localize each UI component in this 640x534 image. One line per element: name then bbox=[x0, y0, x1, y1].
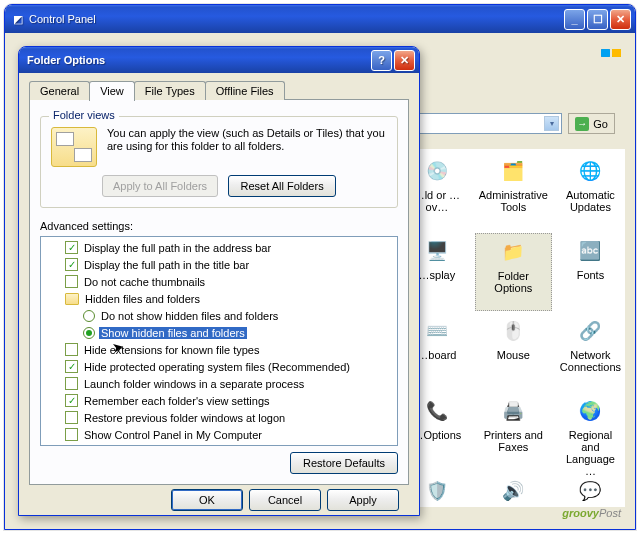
cp-item-icon: 🖨️ bbox=[497, 395, 529, 427]
cp-item-icon: 💿 bbox=[421, 155, 453, 187]
cp-item-icon: 🗂️ bbox=[497, 155, 529, 187]
tab-bar: GeneralViewFile TypesOffline Files bbox=[29, 81, 409, 100]
cp-item[interactable]: 🖨️Printers and Faxes bbox=[475, 393, 552, 471]
control-panel-items: 💿…ld or …ov…🗂️Administrative Tools🌐Autom… bbox=[403, 149, 625, 507]
cp-item-icon: 🌐 bbox=[574, 155, 606, 187]
chevron-down-icon[interactable]: ▾ bbox=[544, 116, 559, 131]
folder-views-icon bbox=[51, 127, 97, 167]
tree-row-label: Hide protected operating system files (R… bbox=[82, 361, 352, 373]
cp-item-icon: 💬 bbox=[574, 475, 606, 507]
cp-item-label: Mouse bbox=[497, 349, 530, 361]
checkbox-icon[interactable] bbox=[65, 343, 78, 356]
tree-row-label: Show Control Panel in My Computer bbox=[82, 429, 264, 441]
tree-row[interactable]: Launch folder windows in a separate proc… bbox=[41, 375, 397, 392]
cp-item-label: …board bbox=[417, 349, 456, 361]
cp-item-icon: 🖥️ bbox=[421, 235, 453, 267]
advanced-settings-label: Advanced settings: bbox=[40, 220, 398, 232]
outer-titlebar[interactable]: ◩ Control Panel _ ☐ ✕ bbox=[5, 5, 635, 33]
cp-item-icon: 🔗 bbox=[574, 315, 606, 347]
go-label: Go bbox=[593, 118, 608, 130]
tree-row-label: Display the full path in the address bar bbox=[82, 242, 273, 254]
tree-row[interactable]: ✓Remember each folder's view settings bbox=[41, 392, 397, 409]
checkbox-icon[interactable]: ✓ bbox=[65, 258, 78, 271]
tab-panel-view: Folder views You can apply the view (suc… bbox=[29, 99, 409, 485]
cp-item-label: Administrative Tools bbox=[479, 189, 548, 213]
advanced-settings-tree[interactable]: ✓Display the full path in the address ba… bbox=[40, 236, 398, 446]
tree-row[interactable]: ✓Display the full path in the address ba… bbox=[41, 239, 397, 256]
checkbox-icon[interactable]: ✓ bbox=[65, 394, 78, 407]
window-title: Control Panel bbox=[29, 13, 96, 25]
apply-to-all-folders-button[interactable]: Apply to All Folders bbox=[102, 175, 218, 197]
cp-item[interactable]: 🗂️Administrative Tools bbox=[475, 153, 552, 231]
checkbox-icon[interactable] bbox=[65, 411, 78, 424]
tree-row-label: Hide extensions for known file types bbox=[82, 344, 261, 356]
cp-item[interactable]: 🖱️Mouse bbox=[475, 313, 552, 391]
reset-all-folders-button[interactable]: Reset All Folders bbox=[228, 175, 336, 197]
apply-button[interactable]: Apply bbox=[327, 489, 399, 511]
cp-item[interactable]: 🔤Fonts bbox=[556, 233, 625, 311]
tree-row-label: Show hidden files and folders bbox=[99, 327, 247, 339]
cp-item-label: Network Connections bbox=[560, 349, 621, 373]
cp-item-icon: 🖱️ bbox=[497, 315, 529, 347]
close-button[interactable]: ✕ bbox=[610, 9, 631, 30]
tree-row[interactable]: Restore previous folder windows at logon bbox=[41, 409, 397, 426]
cp-item[interactable]: 🌐Automatic Updates bbox=[556, 153, 625, 231]
tree-row[interactable]: Hide extensions for known file types bbox=[41, 341, 397, 358]
folder-options-dialog: Folder Options ? ✕ GeneralViewFile Types… bbox=[18, 46, 420, 516]
checkbox-icon[interactable] bbox=[65, 275, 78, 288]
tree-row[interactable]: Do not show hidden files and folders bbox=[41, 307, 397, 324]
cp-item-icon: 🛡️ bbox=[421, 475, 453, 507]
tree-row-label: Restore previous folder windows at logon bbox=[82, 412, 287, 424]
cp-item[interactable]: 💬Speech bbox=[556, 473, 625, 507]
ok-button[interactable]: OK bbox=[171, 489, 243, 511]
tab-file-types[interactable]: File Types bbox=[134, 81, 206, 100]
checkbox-icon[interactable] bbox=[65, 377, 78, 390]
tree-row[interactable]: Show hidden files and folders bbox=[41, 324, 397, 341]
tree-row[interactable]: Do not cache thumbnails bbox=[41, 273, 397, 290]
cancel-button[interactable]: Cancel bbox=[249, 489, 321, 511]
cp-item-icon: 🔊 bbox=[497, 475, 529, 507]
folder-views-description: You can apply the view (such as Details … bbox=[107, 127, 387, 167]
radio-icon[interactable] bbox=[83, 310, 95, 322]
tree-row[interactable]: Hidden files and folders bbox=[41, 290, 397, 307]
checkbox-icon[interactable]: ✓ bbox=[65, 360, 78, 373]
tree-row[interactable]: ✓Hide protected operating system files (… bbox=[41, 358, 397, 375]
tree-row-label: Remember each folder's view settings bbox=[82, 395, 272, 407]
cp-item-icon: 🔤 bbox=[574, 235, 606, 267]
cp-item[interactable]: 🔊Sounds and Audio Devices bbox=[475, 473, 552, 507]
restore-defaults-button[interactable]: Restore Defaults bbox=[290, 452, 398, 474]
cp-item-icon: 🌍 bbox=[574, 395, 606, 427]
help-button[interactable]: ? bbox=[371, 50, 392, 71]
tab-offline-files[interactable]: Offline Files bbox=[205, 81, 285, 100]
go-arrow-icon: → bbox=[575, 117, 589, 131]
cp-item-label: Regional and Language … bbox=[560, 429, 621, 477]
tree-row-label: Display the full path in the title bar bbox=[82, 259, 251, 271]
tree-row[interactable]: ✓Display the full path in the title bar bbox=[41, 256, 397, 273]
checkbox-icon[interactable]: ✓ bbox=[65, 241, 78, 254]
cp-item[interactable]: 🌍Regional and Language … bbox=[556, 393, 625, 471]
tree-row-label: Launch folder windows in a separate proc… bbox=[82, 378, 306, 390]
address-dropdown[interactable]: ▾ bbox=[403, 113, 562, 134]
cp-item-icon: 📞 bbox=[421, 395, 453, 427]
cp-item[interactable]: 🔗Network Connections bbox=[556, 313, 625, 391]
tree-row-label: Do not cache thumbnails bbox=[82, 276, 207, 288]
tree-row-label: Do not show hidden files and folders bbox=[99, 310, 280, 322]
cp-item-label: …splay bbox=[419, 269, 456, 281]
dialog-titlebar[interactable]: Folder Options ? ✕ bbox=[19, 47, 419, 73]
cp-item-label: Automatic Updates bbox=[560, 189, 621, 213]
radio-icon[interactable] bbox=[83, 327, 95, 339]
tab-general[interactable]: General bbox=[29, 81, 90, 100]
checkbox-icon[interactable] bbox=[65, 428, 78, 441]
dialog-close-button[interactable]: ✕ bbox=[394, 50, 415, 71]
tree-row[interactable]: Show Control Panel in My Computer bbox=[41, 426, 397, 443]
folder-icon bbox=[65, 293, 79, 305]
cp-item-label: Folder Options bbox=[480, 270, 547, 294]
maximize-button[interactable]: ☐ bbox=[587, 9, 608, 30]
windows-logo-icon bbox=[601, 49, 623, 69]
watermark: groovyPost bbox=[562, 506, 621, 521]
tab-view[interactable]: View bbox=[89, 81, 135, 101]
cp-item[interactable]: 📁Folder Options bbox=[475, 233, 552, 311]
minimize-button[interactable]: _ bbox=[564, 9, 585, 30]
folder-views-group: Folder views You can apply the view (suc… bbox=[40, 116, 398, 208]
go-button[interactable]: → Go bbox=[568, 113, 615, 134]
